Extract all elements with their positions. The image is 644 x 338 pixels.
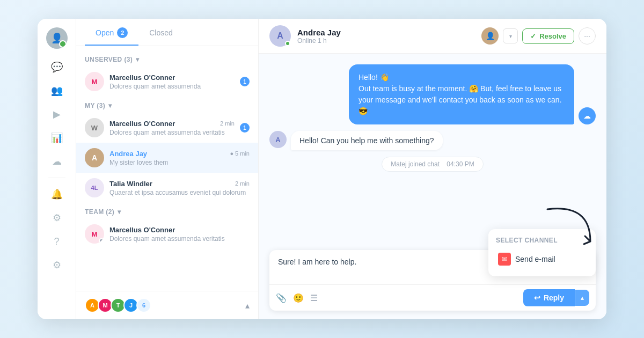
- bottom-count: 6: [136, 298, 151, 313]
- list-item[interactable]: A Andrea Jay ● 5 min My sister loves the…: [76, 143, 258, 173]
- agent-avatar: 👤: [481, 27, 499, 45]
- channel-option-email[interactable]: ✉ Send e-mail: [496, 249, 588, 269]
- reply-btn-group: ↩ Reply ▴: [523, 289, 589, 306]
- reply-icon: ↩: [534, 293, 540, 302]
- tab-open-badge: 2: [117, 27, 128, 38]
- user-avatar: A: [269, 131, 287, 148]
- avatar: A: [85, 148, 104, 167]
- more-options-button[interactable]: ···: [579, 27, 596, 45]
- chat-contact-name: Andrea Jay: [297, 28, 475, 37]
- conv-tabs: Open 2 Closed: [76, 19, 258, 46]
- tab-open-label: Open: [96, 28, 114, 37]
- list-item[interactable]: 4L Talia Windler 2 min Quaerat et ipsa a…: [76, 173, 258, 203]
- bot-avatar: ☁: [579, 107, 596, 124]
- app-container: 👤 💬 👥 ▶ 📊 ☁ 🔔 ⚙ ? ⚙ Open 2 Closed Unserv…: [38, 19, 606, 319]
- chevron-down-icon[interactable]: ▾: [136, 56, 139, 63]
- sidebar-icon-team[interactable]: ⚙: [47, 255, 67, 275]
- sidebar-icon-chat[interactable]: 💬: [47, 57, 67, 77]
- sidebar-icon-settings[interactable]: ⚙: [47, 208, 67, 227]
- system-message: Matej joined chat 04:30 PM: [269, 157, 596, 172]
- list-item[interactable]: M Marcellus O'Conner Dolores quam amet a…: [76, 67, 258, 97]
- sidebar-icon-contacts[interactable]: 👥: [47, 81, 67, 100]
- resolve-label: Resolve: [539, 32, 566, 40]
- compose-area: Select channel ✉ Send e-mail Sure! I am …: [259, 245, 606, 319]
- unread-badge: 1: [240, 77, 250, 86]
- reply-label: Reply: [544, 293, 564, 302]
- channel-popup: Select channel ✉ Send e-mail: [488, 229, 596, 276]
- sidebar-user-avatar[interactable]: 👤: [46, 27, 68, 49]
- online-status-dot: [285, 41, 290, 46]
- emoji-icon[interactable]: 🙂: [293, 293, 304, 303]
- chevron-up-icon[interactable]: ▴: [245, 300, 250, 311]
- resolve-button[interactable]: ✓ Resolve: [522, 28, 574, 44]
- list-item[interactable]: M Marcellus O'Conner Dolores quam amet a…: [76, 219, 258, 249]
- section-team-label: Team (2): [85, 208, 114, 216]
- chat-header-info: Andrea Jay Online 1 h: [297, 28, 475, 45]
- unread-badge: 1: [240, 123, 250, 133]
- sidebar-icon-play[interactable]: ▶: [47, 105, 67, 124]
- conv-name: Talia Windler 2 min: [109, 180, 250, 188]
- reply-button[interactable]: ↩ Reply: [523, 289, 575, 306]
- chat-area: A Andrea Jay Online 1 h 👤 ▾ ✓ Resolve ··…: [259, 19, 606, 319]
- chevron-down-icon[interactable]: ▾: [108, 102, 112, 109]
- chevron-down-icon[interactable]: ▾: [118, 208, 121, 216]
- conv-list-body: Unserved (3) ▾ M Marcellus O'Conner Dolo…: [76, 46, 258, 291]
- conv-bottom: A M T J 6 ▴: [76, 291, 258, 319]
- section-unserved: Unserved (3) ▾: [76, 50, 258, 67]
- conv-name: Marcellus O'Conner: [109, 74, 235, 82]
- avatar: M: [85, 224, 104, 244]
- messages-area: Hello! 👋 Out team is busy at the moment.…: [259, 54, 606, 245]
- conv-info: Andrea Jay ● 5 min My sister loves them: [109, 150, 250, 166]
- conv-info: Marcellus O'Conner Dolores quam amet ass…: [109, 226, 250, 243]
- tab-closed[interactable]: Closed: [138, 19, 184, 46]
- conv-name: Andrea Jay ● 5 min: [109, 150, 250, 158]
- attachment-icon[interactable]: 📎: [276, 293, 287, 303]
- message-user: A Hello! Can you help me with something?: [269, 131, 596, 150]
- section-unserved-label: Unserved (3): [85, 56, 133, 63]
- section-my: My (3) ▾: [76, 97, 258, 113]
- avatar: W: [85, 118, 104, 137]
- agent-dropdown-button[interactable]: ▾: [503, 28, 518, 43]
- sidebar-icon-cloud[interactable]: ☁: [47, 152, 67, 171]
- channel-popup-title: Select channel: [496, 237, 588, 244]
- avatar: 4L: [85, 178, 104, 197]
- tab-closed-label: Closed: [149, 28, 173, 37]
- chat-header: A Andrea Jay Online 1 h 👤 ▾ ✓ Resolve ··…: [259, 19, 606, 54]
- chat-contact-avatar: A: [269, 25, 291, 47]
- conv-name: Marcellus O'Conner 2 min: [109, 120, 235, 128]
- system-message-text: Matej joined chat 04:30 PM: [382, 157, 483, 172]
- conversation-list: Open 2 Closed Unserved (3) ▾ M Marcellus…: [76, 19, 259, 319]
- bot-message-bubble: Hello! 👋 Out team is busy at the moment.…: [349, 64, 574, 124]
- list-item[interactable]: W Marcellus O'Conner 2 min Dolores quam …: [76, 113, 258, 143]
- message-bot: Hello! 👋 Out team is busy at the moment.…: [269, 64, 596, 124]
- sidebar-icon-chart[interactable]: 📊: [47, 128, 67, 148]
- conv-info: Talia Windler 2 min Quaerat et ipsa accu…: [109, 180, 250, 196]
- sidebar-icon-bell[interactable]: 🔔: [47, 185, 67, 204]
- compose-toolbar: 📎 🙂 ☰ ↩ Reply ▴: [269, 284, 596, 311]
- tab-open[interactable]: Open 2: [85, 19, 138, 46]
- chat-contact-status: Online 1 h: [297, 37, 475, 45]
- chat-header-actions: 👤 ▾ ✓ Resolve ···: [481, 27, 596, 45]
- send-email-label: Send e-mail: [515, 255, 555, 263]
- email-icon: ✉: [498, 253, 511, 266]
- user-message-bubble: Hello! Can you help me with something?: [291, 131, 443, 150]
- sidebar-divider: [48, 178, 65, 178]
- conv-info: Marcellus O'Conner 2 min Dolores quam am…: [109, 120, 235, 136]
- conv-info: Marcellus O'Conner Dolores quam amet ass…: [109, 74, 235, 90]
- sidebar-icon-help[interactable]: ?: [47, 232, 67, 251]
- avatar: M: [85, 72, 104, 91]
- section-team: Team (2) ▾: [76, 203, 258, 219]
- section-my-label: My (3): [85, 102, 105, 109]
- reply-dropdown-button[interactable]: ▴: [575, 290, 589, 306]
- checkmark-icon: ✓: [530, 32, 536, 40]
- conv-name: Marcellus O'Conner: [109, 226, 250, 234]
- template-icon[interactable]: ☰: [310, 293, 318, 303]
- sidebar: 👤 💬 👥 ▶ 📊 ☁ 🔔 ⚙ ? ⚙: [38, 19, 76, 319]
